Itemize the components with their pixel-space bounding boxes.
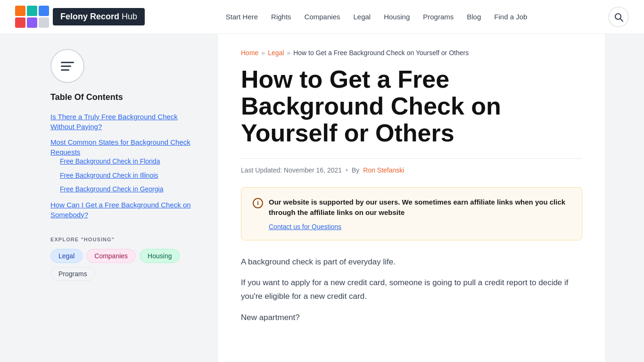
article-body: A background check is part of everyday l… <box>241 255 582 325</box>
explore-label: EXPLORE "HOUSING" <box>50 237 203 242</box>
nav-programs[interactable]: Programs <box>423 13 454 21</box>
sidebar: Table Of Contents Is There a Truly Free … <box>39 34 218 362</box>
svg-line-1 <box>620 19 623 21</box>
nav-start-here[interactable]: Start Here <box>226 13 258 21</box>
article-title: How to Get a Free Background Check on Yo… <box>241 66 582 147</box>
toc-line-2 <box>61 66 71 67</box>
logo-block-3 <box>39 6 49 16</box>
toc-link-common-states[interactable]: Most Common States for Background Check … <box>50 138 190 156</box>
author-link[interactable]: Ron Stefanski <box>363 166 404 174</box>
nav-find-a-job[interactable]: Find a Job <box>494 13 527 21</box>
affiliate-box-header: i Our website is supported by our users.… <box>253 197 570 218</box>
nav-housing[interactable]: Housing <box>384 13 410 21</box>
breadcrumb-home[interactable]: Home <box>241 49 258 57</box>
toc-item-3: How Can I Get a Free Background Check on… <box>50 200 203 220</box>
toc-link-somebody[interactable]: How Can I Get a Free Background Check on… <box>50 201 191 219</box>
content-area: Table Of Contents Is There a Truly Free … <box>39 34 605 362</box>
tag-programs[interactable]: Programs <box>50 267 95 281</box>
page-wrapper: Table Of Contents Is There a Truly Free … <box>0 34 644 362</box>
toc-line-3 <box>61 69 69 71</box>
search-button[interactable] <box>608 7 629 27</box>
affiliate-contact-link[interactable]: Contact us for Questions <box>269 223 570 230</box>
meta-by: By <box>352 166 359 174</box>
search-icon <box>614 12 623 22</box>
toc-line-1 <box>61 62 74 63</box>
article-meta: Last Updated: November 16, 2021 • By Ron… <box>241 166 582 174</box>
toc-icon <box>61 62 74 71</box>
breadcrumb-legal[interactable]: Legal <box>268 49 284 57</box>
toc-list: Is There a Truly Free Background Check W… <box>50 112 203 220</box>
affiliate-box: i Our website is supported by our users.… <box>241 187 582 240</box>
info-icon: i <box>253 198 263 208</box>
toc-sub-item-florida: Free Background Check in Florida <box>60 157 203 166</box>
logo-block-2 <box>27 6 37 16</box>
breadcrumb-sep-2: » <box>287 49 290 57</box>
toc-link-georgia[interactable]: Free Background Check in Georgia <box>60 185 163 193</box>
toc-link-florida[interactable]: Free Background Check in Florida <box>60 157 160 165</box>
body-paragraph-3: New apartment? <box>241 311 582 325</box>
body-paragraph-2: If you want to apply for a new credit ca… <box>241 276 582 304</box>
explore-section: EXPLORE "HOUSING" Legal Companies Housin… <box>50 237 203 281</box>
toc-icon-circle <box>50 49 84 83</box>
tag-legal[interactable]: Legal <box>50 249 83 263</box>
toc-title: Table Of Contents <box>50 92 203 102</box>
logo-block-6 <box>39 17 49 28</box>
main-content: Home » Legal » How to Get a Free Backgro… <box>218 34 605 362</box>
breadcrumb-current: How to Get a Free Background Check on Yo… <box>293 49 469 57</box>
nav-blog[interactable]: Blog <box>467 13 481 21</box>
logo-blocks <box>15 6 51 28</box>
toc-link-illinois[interactable]: Free Background Check in Illinois <box>60 172 158 179</box>
logo-block-4 <box>15 17 25 28</box>
breadcrumb: Home » Legal » How to Get a Free Backgro… <box>241 49 582 57</box>
breadcrumb-sep-1: » <box>261 49 265 57</box>
nav-companies[interactable]: Companies <box>305 13 340 21</box>
toc-sub-item-georgia: Free Background Check in Georgia <box>60 185 203 194</box>
toc-link-free-check[interactable]: Is There a Truly Free Background Check W… <box>50 113 178 131</box>
svg-point-0 <box>615 14 621 19</box>
main-nav: Start Here Rights Companies Legal Housin… <box>226 13 528 21</box>
logo-area[interactable]: Felony Record Hub <box>15 6 145 28</box>
tag-housing[interactable]: Housing <box>140 249 180 263</box>
toc-sub-list: Free Background Check in Florida Free Ba… <box>60 157 203 194</box>
meta-dot: • <box>346 166 348 174</box>
body-paragraph-1: A background check is part of everyday l… <box>241 255 582 269</box>
logo-block-1 <box>15 6 25 16</box>
article-updated: Last Updated: November 16, 2021 <box>241 166 342 174</box>
toc-item-2: Most Common States for Background Check … <box>50 137 203 194</box>
logo-block-5 <box>27 17 37 28</box>
logo-text: Felony Record Hub <box>60 12 137 21</box>
nav-legal[interactable]: Legal <box>353 13 371 21</box>
tag-companies[interactable]: Companies <box>86 249 136 263</box>
affiliate-text: Our website is supported by our users. W… <box>269 197 570 218</box>
site-header: Felony Record Hub Start Here Rights Comp… <box>0 0 644 34</box>
toc-sub-item-illinois: Free Background Check in Illinois <box>60 171 203 181</box>
article-divider <box>241 158 582 159</box>
logo-text-area: Felony Record Hub <box>53 8 145 25</box>
explore-tags: Legal Companies Housing Programs <box>50 249 203 281</box>
toc-item-1: Is There a Truly Free Background Check W… <box>50 112 203 132</box>
nav-rights[interactable]: Rights <box>271 13 291 21</box>
